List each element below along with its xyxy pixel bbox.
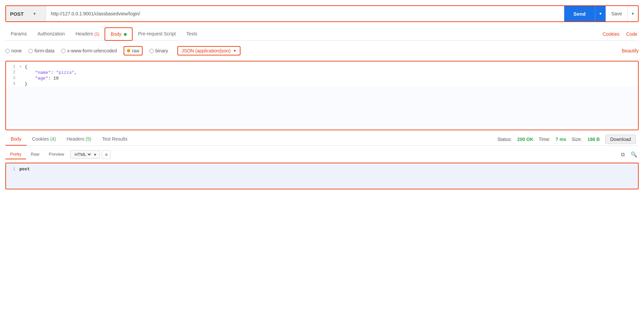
radio-form-data[interactable]: form-data: [28, 48, 54, 53]
line-num-1: 1: [6, 64, 19, 69]
val-age: 18: [53, 76, 59, 81]
code-line-2: 2 "name": "pizza",: [6, 70, 638, 75]
tab-tests[interactable]: Tests: [181, 28, 203, 40]
tab-params[interactable]: Params: [5, 28, 32, 40]
resp-headers-badge: (5): [86, 136, 91, 142]
response-tabs-row: Body Cookies (4) Headers (5) Test Result…: [5, 133, 639, 146]
method-select[interactable]: POST GET PUT DELETE PATCH: [10, 11, 30, 17]
resp-tab-cookies[interactable]: Cookies (4): [27, 133, 61, 146]
line-num-4: 4: [6, 81, 19, 86]
resp-tab-headers[interactable]: Headers (5): [61, 133, 97, 146]
radio-form-data-input[interactable]: [28, 49, 33, 53]
send-dropdown-button[interactable]: ▼: [595, 6, 606, 21]
resp-format-chevron-icon: ▼: [93, 153, 97, 157]
method-chevron-icon: ▼: [33, 12, 36, 16]
status-label: Status:: [497, 137, 512, 142]
request-code-editor[interactable]: 1 ▾ { 2 "name": "pizza", 3 "age": 18 4 }: [5, 61, 639, 130]
editor-empty-area: [6, 87, 638, 127]
response-code-area[interactable]: 1 post: [5, 163, 639, 189]
line-arrow-1: ▾: [19, 64, 25, 69]
download-button[interactable]: Download: [605, 135, 636, 144]
fmt-tab-pretty[interactable]: Pretty: [5, 150, 26, 159]
key-age: "age": [35, 76, 48, 81]
save-dropdown-button[interactable]: ▼: [627, 6, 638, 21]
key-name: "name": [35, 70, 51, 75]
cookies-link[interactable]: Cookies: [601, 28, 621, 40]
beautify-button[interactable]: Beautify: [622, 48, 639, 53]
tab-pre-request-script[interactable]: Pre-request Script: [133, 28, 181, 40]
val-pizza: "pizza": [56, 70, 74, 75]
raw-dot-icon: [127, 49, 130, 52]
send-button[interactable]: Send: [564, 6, 595, 21]
format-select-wrapper[interactable]: JSON (application/json) Text JavaScript …: [177, 46, 240, 55]
code-line-4: 4 }: [6, 81, 638, 87]
copy-icon[interactable]: ⧉: [620, 150, 626, 159]
search-icon[interactable]: 🔍: [629, 150, 639, 159]
wrap-lines-button[interactable]: ≡: [102, 150, 111, 159]
fmt-tab-raw[interactable]: Raw: [26, 150, 44, 159]
tab-authorization[interactable]: Authorization: [32, 28, 70, 40]
radio-urlencoded-input[interactable]: [61, 49, 65, 53]
line-content-1: {: [25, 64, 638, 69]
radio-raw[interactable]: raw: [124, 46, 143, 55]
resp-tab-body[interactable]: Body: [5, 133, 27, 146]
save-button[interactable]: Save: [606, 6, 627, 21]
time-value: 7 ms: [555, 137, 566, 142]
resp-line-num-1: 1: [6, 167, 19, 172]
resp-tab-test-results[interactable]: Test Results: [97, 133, 133, 146]
send-button-group: Send ▼: [564, 6, 606, 21]
radio-binary[interactable]: binary: [149, 48, 168, 53]
time-label: Time:: [539, 137, 550, 142]
tab-right-links: Cookies Code: [601, 28, 639, 40]
line-content-4: }: [25, 81, 638, 87]
code-line-3: 3 "age": 18: [6, 75, 638, 81]
response-action-icons: ⧉ 🔍: [620, 150, 639, 159]
response-format-row: Pretty Raw Preview HTML Text JSON XML ▼ …: [5, 150, 639, 159]
format-chevron-icon: ▼: [233, 49, 236, 53]
response-section: Body Cookies (4) Headers (5) Test Result…: [5, 133, 639, 189]
resp-line-content-1: post: [19, 167, 30, 172]
radio-none-input[interactable]: [5, 49, 10, 53]
size-value: 186 B: [587, 137, 600, 142]
method-select-wrapper[interactable]: POST GET PUT DELETE PATCH ▼: [6, 6, 46, 21]
resp-format-select[interactable]: HTML Text JSON XML: [73, 152, 92, 157]
line-num-2: 2: [6, 70, 19, 75]
resp-format-select-wrapper[interactable]: HTML Text JSON XML ▼: [70, 150, 100, 159]
format-select[interactable]: JSON (application/json) Text JavaScript …: [181, 48, 231, 53]
line-content-2: "name": "pizza",: [25, 70, 638, 75]
size-label: Size:: [572, 137, 582, 142]
url-input[interactable]: [46, 6, 564, 21]
request-tabs: Params Authorization Headers (1) Body Pr…: [5, 27, 639, 41]
cookies-badge: (4): [50, 136, 56, 142]
line-content-3: "age": 18: [25, 76, 638, 81]
radio-binary-input[interactable]: [149, 49, 154, 53]
fmt-tab-preview[interactable]: Preview: [44, 150, 69, 159]
tab-headers[interactable]: Headers (1): [70, 28, 105, 40]
response-status-row: Status: 200 OK Time: 7 ms Size: 186 B Do…: [495, 135, 639, 144]
code-line-1: 1 ▾ {: [6, 64, 638, 70]
resp-code-line-1: 1 post: [6, 166, 638, 172]
line-num-3: 3: [6, 76, 19, 80]
headers-badge: (1): [95, 32, 100, 36]
tab-body[interactable]: Body: [105, 27, 133, 41]
radio-none[interactable]: none: [5, 48, 22, 53]
body-options: none form-data x-www-form-urlencoded raw…: [5, 45, 639, 57]
save-group: Save ▼: [606, 6, 638, 21]
request-bar: POST GET PUT DELETE PATCH ▼ Send ▼ Save …: [5, 5, 639, 22]
wrap-lines-icon: ≡: [105, 152, 108, 157]
radio-urlencoded[interactable]: x-www-form-urlencoded: [61, 48, 117, 53]
body-dot-icon: [124, 33, 127, 36]
status-value: 200 OK: [517, 137, 533, 142]
code-link[interactable]: Code: [625, 28, 639, 40]
